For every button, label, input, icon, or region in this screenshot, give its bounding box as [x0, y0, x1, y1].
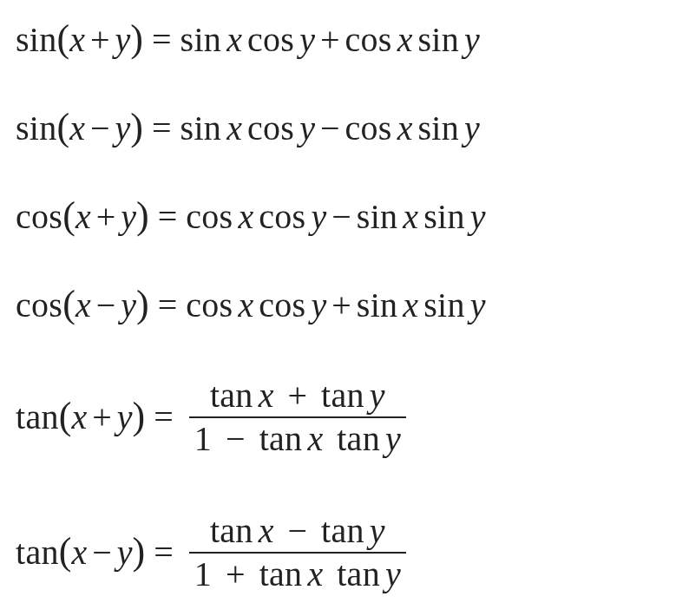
term: sin: [180, 111, 222, 146]
fraction: tanx + tany 1 − tanx tany: [189, 375, 406, 460]
term: x: [238, 288, 253, 323]
lhs: tan ( x − y ): [16, 534, 145, 572]
term: cos: [247, 111, 294, 146]
equals-sign: =: [145, 535, 182, 570]
term: cos: [344, 111, 391, 146]
equals-sign: =: [145, 400, 182, 435]
term: sin: [417, 111, 459, 146]
equals-sign: =: [149, 288, 187, 323]
op: +: [282, 376, 312, 415]
arg-y: y: [117, 400, 133, 435]
fn: tan: [16, 535, 59, 570]
op: −: [220, 419, 251, 458]
numerator: tanx + tany: [205, 375, 390, 416]
fraction: tanx − tany 1 + tanx tany: [189, 510, 406, 595]
term: tan: [210, 376, 253, 415]
term: x: [397, 111, 413, 146]
term: y: [470, 288, 486, 323]
op: −: [315, 111, 345, 146]
term: x: [403, 200, 418, 234]
arg-y: y: [121, 288, 136, 323]
op: +: [315, 23, 345, 57]
rhs: sinx cosy + cosx siny: [180, 23, 480, 57]
fn: cos: [16, 200, 62, 234]
numerator: tanx − tany: [205, 510, 390, 552]
term: sin: [417, 23, 459, 57]
term: tan: [321, 511, 364, 550]
arg-x: x: [69, 111, 85, 146]
term: y: [464, 23, 480, 57]
term: x: [397, 23, 413, 57]
arg-op: +: [87, 400, 117, 435]
term: x: [226, 23, 242, 57]
term: cos: [186, 200, 233, 234]
open-paren: (: [57, 108, 70, 147]
fn: cos: [16, 288, 62, 323]
term: sin: [423, 200, 465, 234]
lhs: cos ( x − y ): [16, 286, 149, 324]
term: y: [370, 511, 385, 550]
term: tan: [259, 554, 303, 593]
close-paren: ): [130, 20, 143, 58]
lhs: tan ( x + y ): [16, 398, 145, 436]
close-paren: ): [133, 533, 146, 571]
arg-x: x: [71, 400, 87, 435]
close-paren: ): [133, 397, 146, 436]
arg-op: −: [87, 535, 117, 570]
fn: sin: [16, 111, 57, 146]
op: −: [282, 511, 312, 550]
arg-op: +: [91, 200, 121, 234]
term: sin: [423, 288, 465, 323]
term: tan: [337, 554, 380, 593]
lhs: cos ( x + y ): [16, 198, 149, 236]
open-paren: (: [57, 20, 70, 58]
equation-tan-sum: tan ( x + y ) = tanx + tany 1 − tanx tan…: [16, 375, 689, 460]
arg-x: x: [71, 535, 87, 570]
term: x: [403, 288, 418, 323]
term: x: [259, 376, 274, 415]
denominator: 1 − tanx tany: [189, 418, 406, 460]
one: 1: [194, 554, 212, 593]
arg-op: −: [91, 288, 121, 323]
term: cos: [186, 288, 233, 323]
rhs: sinx cosy − cosx siny: [180, 111, 480, 146]
term: y: [385, 554, 401, 593]
open-paren: (: [59, 397, 72, 436]
arg-x: x: [69, 23, 85, 57]
term: tan: [259, 419, 303, 458]
arg-y: y: [121, 200, 136, 234]
op: +: [326, 288, 357, 323]
term: cos: [344, 23, 391, 57]
term: x: [307, 419, 323, 458]
term: y: [464, 111, 480, 146]
term: sin: [357, 288, 398, 323]
term: tan: [321, 376, 364, 415]
equals-sign: =: [143, 23, 180, 57]
equation-cos-sum: cos ( x + y ) = cosx cosy − sinx siny: [16, 198, 689, 236]
close-paren: ): [130, 108, 143, 147]
term: y: [385, 419, 401, 458]
equals-sign: =: [143, 111, 180, 146]
lhs: sin ( x + y ): [16, 21, 143, 59]
term: y: [311, 200, 326, 234]
term: y: [311, 288, 326, 323]
arg-x: x: [75, 200, 91, 234]
arg-y: y: [115, 111, 131, 146]
open-paren: (: [59, 533, 72, 571]
term: tan: [210, 511, 253, 550]
term: sin: [180, 23, 222, 57]
op: +: [220, 554, 251, 593]
equals-sign: =: [149, 200, 187, 234]
arg-y: y: [115, 23, 131, 57]
rhs: cosx cosy + sinx siny: [186, 288, 485, 323]
term: x: [238, 200, 253, 234]
equation-sin-sum: sin ( x + y ) = sinx cosy + cosx siny: [16, 21, 689, 59]
term: y: [470, 200, 486, 234]
term: x: [259, 511, 274, 550]
arg-y: y: [117, 535, 133, 570]
equation-tan-diff: tan ( x − y ) = tanx − tany 1 + tanx tan…: [16, 510, 689, 595]
fn: tan: [16, 400, 59, 435]
term: sin: [357, 200, 398, 234]
equation-sin-diff: sin ( x − y ) = sinx cosy − cosx siny: [16, 109, 689, 147]
op: −: [326, 200, 357, 234]
